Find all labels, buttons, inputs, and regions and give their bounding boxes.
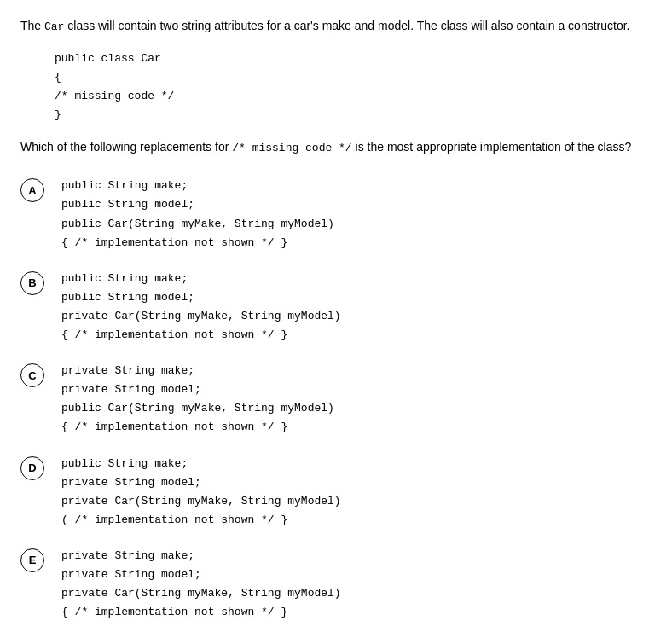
option-code-line: { /* implementation not shown */ } bbox=[61, 603, 341, 622]
option-row-b[interactable]: Bpublic String make;public String model;… bbox=[20, 270, 652, 345]
code-line-1: public class Car bbox=[55, 49, 652, 68]
code-block: public class Car { /* missing code */ } bbox=[55, 49, 652, 125]
inline-code-car: Car bbox=[44, 20, 64, 33]
option-code-e: private String make;private String model… bbox=[61, 547, 341, 622]
option-code-line: private String make; bbox=[61, 547, 341, 566]
option-row-c[interactable]: Cprivate String make;private String mode… bbox=[20, 362, 652, 437]
option-code-line: public String make; bbox=[61, 270, 341, 288]
question-paragraph: Which of the following replacements for … bbox=[20, 138, 652, 157]
option-code-line: private String model; bbox=[61, 473, 341, 492]
option-code-a: public String make;public String model;p… bbox=[61, 177, 334, 252]
option-code-d: public String make;private String model;… bbox=[61, 455, 341, 530]
option-circle-a[interactable]: A bbox=[20, 178, 44, 202]
option-circle-e[interactable]: E bbox=[20, 548, 44, 572]
option-code-line: { /* implementation not shown */ } bbox=[61, 418, 334, 437]
option-row-d[interactable]: Dpublic String make;private String model… bbox=[20, 455, 652, 530]
options-container: Apublic String make;public String model;… bbox=[20, 177, 652, 622]
option-code-line: private String model; bbox=[61, 380, 334, 399]
option-code-line: { /* implementation not shown */ } bbox=[61, 326, 341, 345]
code-line-3: /* missing code */ bbox=[55, 87, 652, 106]
option-code-line: private Car(String myMake, String myMode… bbox=[61, 307, 341, 326]
option-code-line: private String make; bbox=[61, 362, 334, 380]
intro-paragraph: The Car The Car class will contain two s… bbox=[20, 17, 652, 36]
option-row-e[interactable]: Eprivate String make;private String mode… bbox=[20, 547, 652, 622]
option-code-line: public Car(String myMake, String myModel… bbox=[61, 215, 334, 234]
option-code-b: public String make;public String model;p… bbox=[61, 270, 341, 345]
option-circle-b[interactable]: B bbox=[20, 271, 44, 295]
code-line-4: } bbox=[55, 106, 652, 125]
option-code-line: ( /* implementation not shown */ } bbox=[61, 511, 341, 530]
option-code-c: private String make;private String model… bbox=[61, 362, 334, 437]
option-code-line: public String make; bbox=[61, 455, 341, 473]
option-code-line: public Car(String myMake, String myModel… bbox=[61, 399, 334, 418]
option-code-line: public String model; bbox=[61, 195, 334, 214]
option-code-line: { /* implementation not shown */ } bbox=[61, 234, 334, 252]
option-code-line: public String model; bbox=[61, 288, 341, 307]
option-code-line: private Car(String myMake, String myMode… bbox=[61, 584, 341, 603]
option-code-line: public String make; bbox=[61, 177, 334, 195]
option-circle-c[interactable]: C bbox=[20, 363, 44, 387]
code-line-2: { bbox=[55, 68, 652, 87]
option-circle-d[interactable]: D bbox=[20, 456, 44, 480]
option-code-line: private Car(String myMake, String myMode… bbox=[61, 492, 341, 511]
question-code: /* missing code */ bbox=[232, 142, 351, 154]
option-row-a[interactable]: Apublic String make;public String model;… bbox=[20, 177, 652, 252]
option-code-line: private String model; bbox=[61, 566, 341, 584]
